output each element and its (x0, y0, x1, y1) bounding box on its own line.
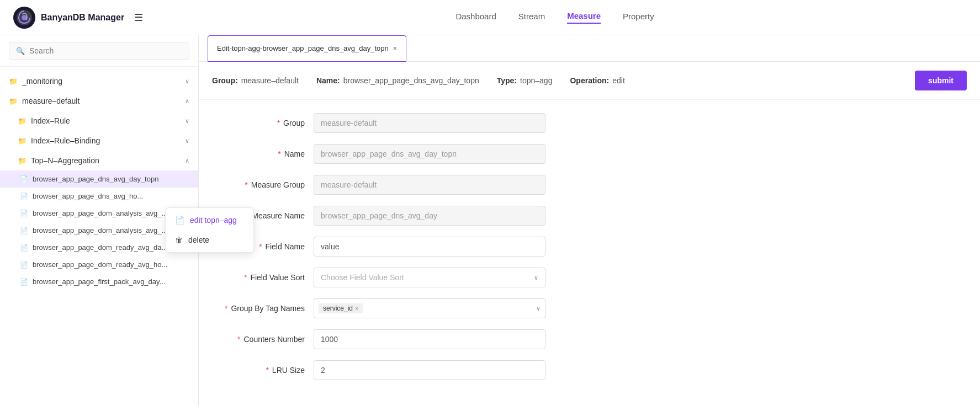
chevron-up-icon: ∧ (185, 157, 189, 164)
form-input-measure-group[interactable] (314, 175, 545, 195)
sidebar-group-monitoring-label: _monitoring (22, 77, 62, 86)
search-input[interactable] (29, 46, 182, 55)
sidebar-item-dom-ready-2[interactable]: 📄 browser_app_page_dom_ready_avg_ho... (0, 256, 198, 273)
info-group-label: Group: (212, 76, 238, 85)
nav-links: Dashboard Stream Measure Property (455, 11, 654, 24)
sidebar-group-index-rule-header[interactable]: 📁 Index–Rule ∨ (0, 111, 198, 131)
context-menu-delete[interactable]: 🗑 delete (166, 230, 199, 250)
form-input-counters-number[interactable] (314, 329, 545, 349)
sidebar-group-measure-default-header[interactable]: 📁 measure–default ∧ (0, 91, 198, 111)
info-type-value: topn–agg (520, 76, 552, 85)
sidebar-group-binding-label: Index–Rule–Binding (31, 136, 100, 145)
form-input-name[interactable] (314, 144, 545, 164)
search-icon: 🔍 (16, 47, 25, 55)
file-icon: 📄 (20, 210, 28, 217)
sidebar-group-index-rule-binding-header[interactable]: 📁 Index–Rule–Binding ∨ (0, 131, 198, 151)
file-icon: 📄 (20, 193, 28, 200)
sidebar-group-measure-label: measure–default (22, 97, 80, 105)
main-layout: 🔍 📁 _monitoring ∨ 📁 (0, 35, 980, 406)
info-operation-label: Operation: (570, 76, 609, 85)
form-label-group: * Group (216, 119, 305, 127)
context-menu-edit[interactable]: 📄 edit topn–agg (166, 210, 199, 230)
logo-icon (13, 7, 35, 29)
form-row-lru-size: * LRU Size (216, 360, 962, 380)
form-label-name: * Name (216, 149, 305, 158)
form-row-counters-number: * Counters Number (216, 329, 962, 349)
folder-icon: 📁 (9, 97, 18, 105)
select-placeholder: Choose Field Value Sort (321, 273, 404, 282)
sidebar-group-topn-header[interactable]: 📁 Top–N–Aggregation ∧ (0, 151, 198, 170)
info-name: Name: browser_app_page_dns_avg_day_topn (316, 76, 479, 85)
sidebar-item-label: browser_app_page_dom_ready_avg_da... (33, 243, 167, 252)
sidebar-item-first-pack[interactable]: 📄 browser_app_page_first_pack_avg_day... (0, 273, 198, 290)
context-menu-delete-label: delete (188, 236, 199, 244)
form-input-field-name[interactable] (314, 237, 545, 257)
folder-icon: 📁 (18, 117, 27, 125)
chevron-down-icon: ∨ (536, 305, 541, 312)
app-name: BanyanDB Manager (41, 13, 124, 23)
form-row-field-value-sort: * Field Value Sort Choose Field Value So… (216, 268, 962, 287)
sidebar-group-index-rule-label: Index–Rule (31, 116, 70, 125)
sidebar-item-label: browser_app_page_dom_analysis_avg_... (33, 209, 167, 217)
chevron-up-icon: ∧ (185, 98, 189, 105)
info-name-value: browser_app_page_dns_avg_day_topn (343, 76, 479, 85)
folder-icon: 📁 (18, 137, 27, 145)
context-menu-edit-label: edit topn–agg (190, 216, 199, 225)
tag-close-button[interactable]: × (355, 305, 358, 312)
sidebar-item-label: browser_app_page_dns_avg_day_topn (33, 175, 158, 183)
search-box: 🔍 (0, 35, 198, 67)
form-label-group-by-tag: * Group By Tag Names (216, 304, 305, 313)
nav-measure[interactable]: Measure (567, 11, 601, 24)
tab-label: Edit-topn-agg-browser_app_page_dns_avg_d… (217, 44, 389, 52)
chevron-down-icon: ∨ (185, 117, 189, 125)
content-area: Edit-topn-agg-browser_app_page_dns_avg_d… (199, 35, 980, 406)
submit-button[interactable]: submit (915, 71, 967, 90)
form-area: * Group * Name * M (199, 100, 980, 406)
file-icon: 📄 (20, 244, 28, 252)
context-menu: 📄 edit topn–agg 🗑 delete (166, 207, 199, 253)
sidebar-group-monitoring-header[interactable]: 📁 _monitoring ∨ (0, 71, 198, 91)
sidebar-item-label: browser_app_page_first_pack_avg_day... (33, 277, 165, 286)
file-icon: 📄 (20, 227, 28, 234)
info-name-label: Name: (316, 76, 340, 85)
active-tab[interactable]: Edit-topn-agg-browser_app_page_dns_avg_d… (208, 35, 406, 62)
form-tag-group-by-tag[interactable]: service_id × ∨ (314, 298, 545, 318)
chevron-down-icon: ∨ (185, 78, 189, 85)
info-operation: Operation: edit (570, 76, 624, 85)
tab-close-button[interactable]: × (393, 45, 397, 52)
form-label-measure-group: * Measure Group (216, 180, 305, 189)
nav-dashboard[interactable]: Dashboard (455, 12, 496, 23)
form-input-lru-size[interactable] (314, 360, 545, 380)
sidebar-item-dns-avg-day-topn[interactable]: 📄 browser_app_page_dns_avg_day_topn (0, 170, 198, 188)
chevron-down-icon: ∨ (185, 137, 189, 145)
file-icon: 📄 (20, 175, 28, 183)
form-row-group: * Group (216, 113, 962, 133)
sidebar: 🔍 📁 _monitoring ∨ 📁 (0, 35, 199, 406)
form-row-name: * Name (216, 144, 962, 164)
menu-icon[interactable]: ☰ (134, 12, 143, 24)
folder-icon: 📁 (18, 157, 27, 165)
search-wrap[interactable]: 🔍 (9, 42, 189, 60)
form-select-field-value-sort[interactable]: Choose Field Value Sort ∨ (314, 268, 545, 287)
top-nav: BanyanDB Manager ☰ Dashboard Stream Meas… (0, 0, 980, 35)
info-group: Group: measure–default (212, 76, 299, 85)
file-icon: 📄 (20, 261, 28, 269)
form-row-group-by-tag: * Group By Tag Names service_id × ∨ (216, 298, 962, 318)
form-content: * Group * Name * M (199, 100, 980, 404)
info-bar: Group: measure–default Name: browser_app… (199, 62, 980, 100)
sidebar-group-topn-label: Top–N–Aggregation (31, 156, 99, 165)
form-row-measure-name: * Measure Name (216, 206, 962, 226)
form-row-field-name: * Field Name (216, 237, 962, 257)
form-input-measure-name[interactable] (314, 206, 545, 226)
nav-stream[interactable]: Stream (518, 12, 545, 23)
nav-property[interactable]: Property (623, 12, 654, 23)
tab-bar: Edit-topn-agg-browser_app_page_dns_avg_d… (199, 35, 980, 62)
delete-icon: 🗑 (175, 236, 183, 244)
sidebar-item-dns-avg-ho[interactable]: 📄 browser_app_page_dns_avg_ho... (0, 188, 198, 205)
form-label-lru-size: * LRU Size (216, 366, 305, 375)
chevron-down-icon: ∨ (534, 274, 538, 281)
info-group-value: measure–default (241, 76, 299, 85)
edit-icon: 📄 (175, 216, 184, 225)
form-input-group[interactable] (314, 113, 545, 133)
folder-icon: 📁 (9, 77, 18, 86)
